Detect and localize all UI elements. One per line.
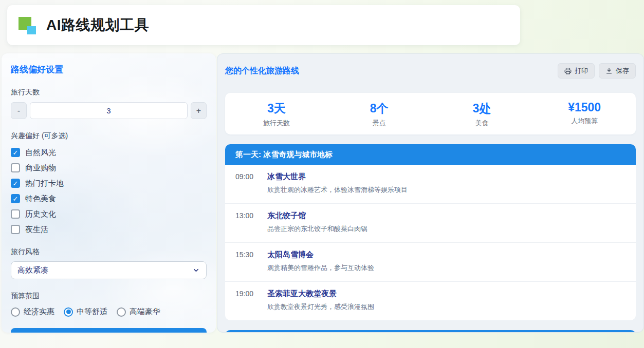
checkbox[interactable]: ✓ (11, 148, 20, 157)
checkbox[interactable]: ✓ (11, 209, 20, 219)
interests-label: 兴趣偏好 (可多选) (11, 131, 207, 141)
radio-dot (66, 310, 71, 314)
stat-label: 旅行天数 (225, 119, 328, 128)
travel-style-select[interactable]: 高效紧凑 (11, 261, 207, 279)
itinerary-item-description: 观赏精美的雪雕作品，参与互动体验 (267, 263, 374, 273)
days-container: 第一天: 冰雪奇观与城市地标 09:00 冰雪大世界 欣赏壮观的冰雕艺术，体验冰… (225, 144, 636, 333)
stat-item: ¥1500 人均预算 (533, 101, 636, 128)
itinerary-item-time: 13:00 (235, 211, 267, 234)
stat-value: 3天 (225, 101, 328, 117)
travel-style-value: 高效紧凑 (17, 265, 48, 275)
checkbox[interactable]: ✓ (11, 225, 20, 234)
interest-option[interactable]: ✓ 历史文化 (11, 208, 207, 220)
printer-icon (564, 67, 572, 74)
interest-option-label: 商业购物 (25, 163, 56, 173)
budget-label: 预算范围 (11, 292, 207, 301)
interest-option[interactable]: ✓ 特色美食 (11, 193, 207, 204)
stat-value: ¥1500 (533, 101, 636, 114)
stat-item: 3处 美食 (431, 101, 533, 128)
budget-option[interactable]: 高端豪华 (117, 307, 160, 317)
itinerary-panel: 您的个性化旅游路线 打印 保存 3天 旅行天数 8个 景点 3处 美食 ¥150… (217, 53, 644, 333)
interest-option[interactable]: ✓ 夜生活 (11, 224, 207, 235)
itinerary-item: 09:00 冰雪大世界 欣赏壮观的冰雕艺术，体验冰雪滑梯等娱乐项目 (225, 165, 636, 203)
print-button-label: 打印 (575, 66, 588, 75)
checkbox[interactable]: ✓ (11, 179, 20, 188)
day-header-bar: 第一天: 冰雪奇观与城市地标 (225, 144, 636, 165)
itinerary-title: 您的个性化旅游路线 (225, 66, 299, 76)
interest-option-label: 热门打卡地 (25, 179, 64, 188)
interest-option-label: 夜生活 (25, 225, 48, 235)
itinerary-item: 13:00 东北饺子馆 品尝正宗的东北饺子和酸菜白肉锅 (225, 203, 636, 242)
preferences-panel: 路线偏好设置 旅行天数 - + 兴趣偏好 (可多选) ✓ 自然风光 ✓ 商业购物… (2, 53, 216, 333)
stat-value: 3处 (431, 101, 533, 117)
days-decrement-button[interactable]: - (11, 102, 27, 119)
interest-checkbox-list: ✓ 自然风光 ✓ 商业购物 ✓ 热门打卡地 ✓ 特色美食 ✓ 历史文化 ✓ 夜生… (11, 147, 207, 235)
itinerary-item-description: 欣赏教堂夜景灯光秀，感受浪漫氛围 (267, 302, 374, 312)
stat-label: 人均预算 (533, 117, 636, 126)
chevron-down-icon (192, 266, 200, 274)
preferences-title: 路线偏好设置 (11, 64, 207, 75)
radio-button[interactable] (117, 307, 126, 317)
days-increment-button[interactable]: + (191, 102, 207, 119)
itinerary-item-description: 品尝正宗的东北饺子和酸菜白肉锅 (267, 224, 367, 234)
itinerary-item-time: 19:00 (235, 289, 267, 312)
interest-option-label: 自然风光 (25, 148, 56, 158)
budget-option[interactable]: 经济实惠 (11, 307, 54, 317)
itinerary-item-body: 圣索菲亚大教堂夜景 欣赏教堂夜景灯光秀，感受浪漫氛围 (267, 289, 374, 312)
budget-option-label: 高端豪华 (130, 307, 160, 317)
checkbox[interactable]: ✓ (11, 163, 20, 172)
interest-option-label: 特色美食 (25, 194, 56, 204)
interest-option[interactable]: ✓ 热门打卡地 (11, 178, 207, 189)
itinerary-header: 您的个性化旅游路线 打印 保存 (225, 63, 636, 79)
route-stats-card: 3天 旅行天数 8个 景点 3处 美食 ¥1500 人均预算 (225, 93, 636, 134)
itinerary-item: 19:00 圣索菲亚大教堂夜景 欣赏教堂夜景灯光秀，感受浪漫氛围 (225, 281, 636, 320)
budget-option[interactable]: 中等舒适 (64, 307, 107, 317)
stat-label: 美食 (431, 119, 533, 128)
day-header-bar: 第二天: 历史文化与美食探索 (225, 330, 636, 333)
itinerary-item-name: 东北饺子馆 (267, 211, 367, 221)
day-itinerary-card: 09:00 冰雪大世界 欣赏壮观的冰雕艺术，体验冰雪滑梯等娱乐项目 13:00 … (225, 165, 636, 320)
generate-route-button[interactable]: 生成AI推荐路线 (11, 328, 207, 333)
budget-option-label: 经济实惠 (24, 307, 54, 317)
itinerary-item-description: 欣赏壮观的冰雕艺术，体验冰雪滑梯等娱乐项目 (267, 185, 408, 195)
itinerary-item-name: 太阳岛雪博会 (267, 250, 374, 260)
interest-option[interactable]: ✓ 商业购物 (11, 162, 207, 173)
interest-option[interactable]: ✓ 自然风光 (11, 147, 207, 158)
download-icon (605, 67, 613, 74)
day-section: 第二天: 历史文化与美食探索 (225, 330, 636, 333)
checkmark-icon: ✓ (13, 196, 19, 202)
stat-item: 3天 旅行天数 (225, 101, 328, 128)
app-logo-icon (19, 15, 38, 35)
budget-radio-group: 经济实惠 中等舒适 高端豪华 (11, 307, 207, 317)
itinerary-actions: 打印 保存 (558, 63, 636, 79)
checkmark-icon: ✓ (13, 149, 19, 156)
day-title: 第一天: 冰雪奇观与城市地标 (235, 150, 333, 160)
interest-option-label: 历史文化 (25, 209, 56, 219)
travel-days-label: 旅行天数 (11, 88, 207, 97)
itinerary-item-name: 圣索菲亚大教堂夜景 (267, 289, 374, 299)
travel-style-label: 旅行风格 (11, 247, 207, 257)
app-header: AI路线规划工具 (7, 5, 520, 45)
itinerary-item-body: 东北饺子馆 品尝正宗的东北饺子和酸菜白肉锅 (267, 211, 367, 234)
print-button[interactable]: 打印 (558, 63, 595, 79)
checkbox[interactable]: ✓ (11, 194, 20, 203)
itinerary-item: 15:30 太阳岛雪博会 观赏精美的雪雕作品，参与互动体验 (225, 242, 636, 281)
itinerary-item-body: 太阳岛雪博会 观赏精美的雪雕作品，参与互动体验 (267, 250, 374, 273)
radio-button[interactable] (64, 307, 73, 317)
app-title: AI路线规划工具 (46, 15, 149, 35)
save-button-label: 保存 (616, 66, 629, 75)
radio-button[interactable] (11, 307, 20, 317)
save-button[interactable]: 保存 (599, 63, 636, 79)
itinerary-item-name: 冰雪大世界 (267, 172, 408, 182)
stat-value: 8个 (328, 101, 431, 117)
days-input[interactable] (30, 102, 188, 119)
itinerary-item-body: 冰雪大世界 欣赏壮观的冰雕艺术，体验冰雪滑梯等娱乐项目 (267, 172, 408, 195)
travel-days-stepper: - + (11, 102, 207, 119)
stat-item: 8个 景点 (328, 101, 431, 128)
stat-label: 景点 (328, 119, 431, 128)
budget-option-label: 中等舒适 (77, 307, 107, 317)
itinerary-item-time: 09:00 (235, 172, 267, 195)
checkmark-icon: ✓ (13, 180, 19, 187)
logo-blue-square (27, 26, 36, 34)
itinerary-item-time: 15:30 (235, 250, 267, 273)
